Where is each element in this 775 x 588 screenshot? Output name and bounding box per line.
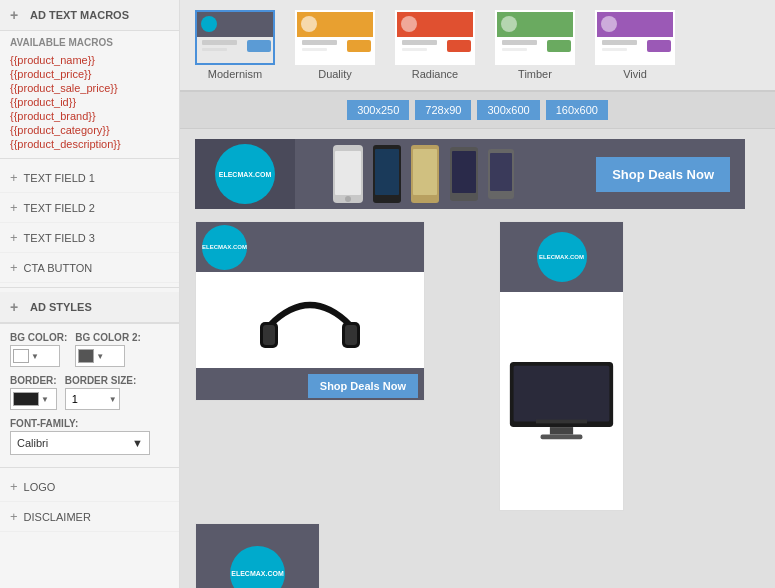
svg-point-11 xyxy=(301,16,317,32)
bg-color2-arrow: ▼ xyxy=(96,352,104,361)
theme-modernism-label: Modernism xyxy=(208,68,262,80)
svg-rect-20 xyxy=(502,40,537,45)
plus-icon: + xyxy=(10,8,24,22)
bg-color2-select[interactable]: ▼ xyxy=(75,345,125,367)
disclaimer-row[interactable]: + DISCLAIMER xyxy=(0,502,179,532)
text-field-2-row[interactable]: + TEXT FIELD 2 xyxy=(0,193,179,223)
bg-color-arrow: ▼ xyxy=(31,352,39,361)
plus-icon-tf2: + xyxy=(10,200,18,215)
text-field-3-label: TEXT FIELD 3 xyxy=(24,232,95,244)
bg-color-row: BG COLOR: ▼ BG COLOR 2: ▼ xyxy=(10,332,169,367)
size-btn-728x90[interactable]: 728x90 xyxy=(415,100,471,120)
svg-rect-9 xyxy=(302,48,327,51)
svg-rect-34 xyxy=(375,149,399,195)
main-content: Modernism Duality xyxy=(180,0,775,588)
border-row: BORDER: ▼ BORDER SIZE: 1 ▼ xyxy=(10,375,169,410)
theme-timber-label: Timber xyxy=(518,68,552,80)
macro-product-name[interactable]: {{product_name}} xyxy=(10,54,169,66)
cta-button-label: CTA BUTTON xyxy=(24,262,93,274)
ad-160-body xyxy=(500,292,623,510)
font-select[interactable]: Calibri ▼ xyxy=(10,431,150,455)
bg-color-label: BG COLOR: xyxy=(10,332,67,343)
svg-rect-38 xyxy=(452,151,476,193)
svg-rect-48 xyxy=(550,427,573,434)
size-btn-300x600[interactable]: 300x600 xyxy=(477,100,539,120)
macro-product-price[interactable]: {{product_price}} xyxy=(10,68,169,80)
size-buttons-bar: 300x250 728x90 300x600 160x600 xyxy=(180,92,775,129)
theme-duality[interactable]: Duality xyxy=(295,10,375,80)
svg-rect-49 xyxy=(541,434,583,439)
macro-product-category[interactable]: {{product_category}} xyxy=(10,124,169,136)
font-family-group: FONT-FAMILY: Calibri ▼ xyxy=(10,418,169,455)
ad-300-body xyxy=(196,272,424,368)
svg-rect-27 xyxy=(602,48,627,51)
macro-product-description[interactable]: {{product_description}} xyxy=(10,138,169,150)
svg-rect-46 xyxy=(514,365,610,421)
theme-thumb-timber xyxy=(495,10,575,65)
svg-point-17 xyxy=(401,16,417,32)
bg-color-select[interactable]: ▼ xyxy=(10,345,60,367)
theme-thumb-vivid xyxy=(595,10,675,65)
text-field-2-label: TEXT FIELD 2 xyxy=(24,202,95,214)
theme-radiance-label: Radiance xyxy=(412,68,458,80)
border-size-select[interactable]: 1 ▼ xyxy=(65,388,120,410)
logo-row[interactable]: + LOGO xyxy=(0,472,179,502)
svg-rect-42 xyxy=(263,325,275,345)
ads-row: ELECMAX.COM Shop Deals Now xyxy=(195,221,760,511)
plus-icon-styles: + xyxy=(10,300,24,314)
ad-300-cta-button[interactable]: Shop Deals Now xyxy=(308,374,418,398)
border-label: BORDER: xyxy=(10,375,57,386)
ad-previews-area: ELECMAX.COM xyxy=(180,129,775,588)
ad-styles-header[interactable]: + AD STYLES xyxy=(0,292,179,323)
theme-vivid-label: Vivid xyxy=(623,68,647,80)
sidebar: + AD TEXT MACROS AVAILABLE MACROS {{prod… xyxy=(0,0,180,588)
border-size-value: 1 xyxy=(68,393,109,405)
logo-label: LOGO xyxy=(24,481,56,493)
divider-1 xyxy=(0,158,179,159)
border-color-box xyxy=(13,392,39,406)
text-field-1-row[interactable]: + TEXT FIELD 1 xyxy=(0,163,179,193)
ad-300-footer: Shop Deals Now xyxy=(196,368,424,401)
plus-icon-tf3: + xyxy=(10,230,18,245)
svg-rect-40 xyxy=(490,153,512,191)
divider-3 xyxy=(0,467,179,468)
elecmax-300-circle: ELECMAX.COM xyxy=(202,225,247,270)
macro-product-brand[interactable]: {{product_brand}} xyxy=(10,110,169,122)
size-btn-160x600[interactable]: 160x600 xyxy=(546,100,608,120)
theme-vivid[interactable]: Vivid xyxy=(595,10,675,80)
banner-cta-button[interactable]: Shop Deals Now xyxy=(596,157,730,192)
text-field-3-row[interactable]: + TEXT FIELD 3 xyxy=(0,223,179,253)
svg-rect-8 xyxy=(302,40,337,45)
plus-icon-logo: + xyxy=(10,479,18,494)
svg-rect-47 xyxy=(536,419,587,423)
styles-section: BG COLOR: ▼ BG COLOR 2: ▼ BORDER: ▼ xyxy=(0,323,179,463)
bg-color2-label: BG COLOR 2: xyxy=(75,332,141,343)
font-select-arrow: ▼ xyxy=(132,437,143,449)
available-macros-label: AVAILABLE MACROS xyxy=(0,31,179,50)
theme-thumb-radiance xyxy=(395,10,475,65)
macro-product-id[interactable]: {{product_id}} xyxy=(10,96,169,108)
cta-button-row[interactable]: + CTA BUTTON xyxy=(0,253,179,283)
svg-rect-14 xyxy=(402,40,437,45)
theme-thumb-modernism xyxy=(195,10,275,65)
ad-160-header: ELECMAX.COM xyxy=(500,222,623,292)
svg-point-23 xyxy=(501,16,517,32)
border-size-group: BORDER SIZE: 1 ▼ xyxy=(65,375,137,410)
theme-timber[interactable]: Timber xyxy=(495,10,575,80)
text-field-1-label: TEXT FIELD 1 xyxy=(24,172,95,184)
border-select[interactable]: ▼ xyxy=(10,388,57,410)
ad-text-macros-header[interactable]: + AD TEXT MACROS xyxy=(0,0,179,31)
svg-rect-26 xyxy=(602,40,637,45)
svg-rect-4 xyxy=(247,40,271,52)
banner-phones-area xyxy=(295,139,581,209)
ad-300x600-preview: ELECMAX.COM xyxy=(195,523,320,588)
svg-rect-16 xyxy=(447,40,471,52)
theme-radiance[interactable]: Radiance xyxy=(395,10,475,80)
banner-cta-area: Shop Deals Now xyxy=(581,157,745,192)
svg-rect-2 xyxy=(202,40,237,45)
svg-rect-3 xyxy=(202,48,227,51)
plus-icon-tf1: + xyxy=(10,170,18,185)
macro-product-sale-price[interactable]: {{product_sale_price}} xyxy=(10,82,169,94)
size-btn-300x250[interactable]: 300x250 xyxy=(347,100,409,120)
theme-modernism[interactable]: Modernism xyxy=(195,10,275,80)
